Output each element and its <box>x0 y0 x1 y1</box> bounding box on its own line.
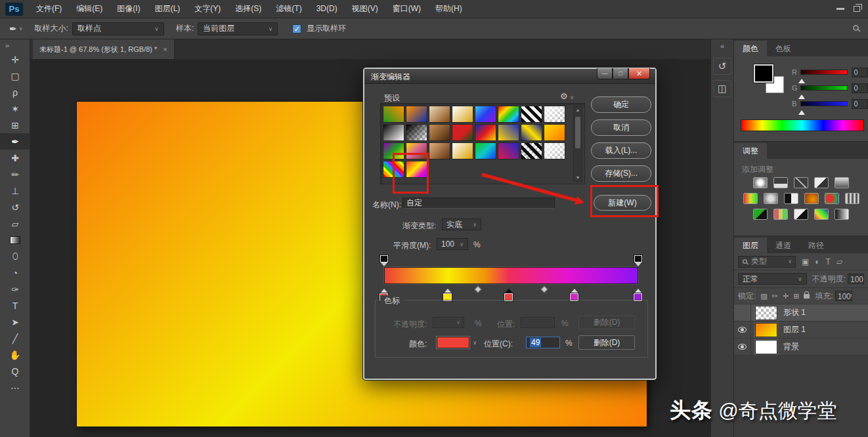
lock-artboard-icon[interactable]: ⊞ <box>793 292 799 301</box>
preset-scrollbar[interactable]: ▲ ▼ <box>573 106 582 182</box>
healing-brush-tool[interactable]: ✚ <box>0 150 30 166</box>
gradient-preset-swatch[interactable] <box>475 106 496 123</box>
lasso-tool[interactable]: ρ <box>0 84 30 100</box>
gradient-preset-swatch[interactable] <box>475 124 496 141</box>
curves-icon[interactable] <box>794 177 808 188</box>
layer-thumbnail[interactable] <box>755 340 777 354</box>
channel-value[interactable]: 0 <box>852 68 868 77</box>
menu-item[interactable]: 选择(S) <box>228 0 269 18</box>
gradient-preset-swatch[interactable] <box>521 124 542 141</box>
channel-slider[interactable] <box>800 85 847 91</box>
cancel-button[interactable]: 取消 <box>591 119 651 136</box>
color-spectrum-ramp[interactable] <box>741 119 864 131</box>
stop-position-input[interactable]: 49 <box>526 337 560 348</box>
layer-name[interactable]: 形状 1 <box>783 307 806 318</box>
dialog-close-button[interactable]: ✕ <box>628 68 650 79</box>
tab-paths[interactable]: 路径 <box>800 238 833 253</box>
invert-icon[interactable] <box>753 209 768 220</box>
gear-icon[interactable]: ⚙ ∨ <box>560 91 574 101</box>
search-icon[interactable] <box>853 25 859 31</box>
layer-thumbnail[interactable] <box>755 323 777 337</box>
delete-color-stop-button[interactable]: 删除(D) <box>578 335 635 350</box>
smoothness-dropdown[interactable]: 100 ∨ <box>437 238 468 250</box>
chevron-down-icon[interactable]: ∨ <box>473 339 477 346</box>
photo-filter-icon[interactable] <box>804 193 819 204</box>
layer-row-shape1[interactable]: 形状 1 <box>734 304 868 322</box>
properties-panel-icon[interactable]: ◫ <box>713 80 731 97</box>
gradient-preset-swatch[interactable] <box>498 124 519 141</box>
history-brush-tool[interactable]: ↺ <box>0 199 30 215</box>
color-stop[interactable] <box>570 285 579 301</box>
menu-item[interactable]: 图层(L) <box>148 0 188 18</box>
sample-size-dropdown[interactable]: 取样点 ∨ <box>72 22 164 35</box>
visibility-toggle[interactable] <box>734 339 751 355</box>
name-field[interactable]: 自定 <box>402 198 555 209</box>
channel-slider[interactable] <box>800 70 847 75</box>
history-panel-icon[interactable]: ↺ <box>713 58 731 75</box>
visibility-toggle[interactable] <box>734 304 751 321</box>
vibrance-icon[interactable] <box>835 177 849 188</box>
menu-item[interactable]: 文件(F) <box>29 0 69 18</box>
menu-item[interactable]: 滤镜(T) <box>269 0 309 18</box>
type-tool[interactable]: T <box>0 297 30 314</box>
menu-item[interactable]: 窗口(W) <box>385 0 428 18</box>
gradient-type-dropdown[interactable]: 实底 ∨ <box>442 218 481 230</box>
show-sampling-ring-checkbox[interactable]: ✓ <box>292 24 301 33</box>
filter-shape-icon[interactable]: ▱ <box>836 257 842 266</box>
move-tool[interactable]: ✛ <box>0 51 30 68</box>
hand-tool[interactable]: ✋ <box>0 346 30 363</box>
edit-toolbar-button[interactable]: ⋯ <box>0 379 30 396</box>
hue-saturation-icon[interactable] <box>743 193 758 204</box>
magic-wand-tool[interactable]: ✶ <box>0 100 30 117</box>
minimize-button[interactable] <box>836 8 844 10</box>
color-lookup-icon[interactable] <box>845 193 859 204</box>
gradient-preset-swatch[interactable] <box>521 106 542 123</box>
menu-item[interactable]: 帮助(H) <box>428 0 469 18</box>
clone-stamp-tool[interactable]: ⊥ <box>0 182 30 199</box>
gradient-preset-swatch[interactable] <box>429 142 450 159</box>
menu-item[interactable]: 视图(V) <box>345 0 385 18</box>
gradient-preset-swatch[interactable] <box>406 142 427 159</box>
line-tool[interactable]: ╱ <box>0 330 30 346</box>
slider-thumb[interactable] <box>798 107 805 115</box>
menu-item[interactable]: 图像(I) <box>110 0 147 18</box>
gradient-preset-swatch[interactable] <box>383 124 404 141</box>
new-button[interactable]: 新建(W) <box>594 195 651 211</box>
color-stop[interactable] <box>504 285 513 301</box>
layer-row-background[interactable]: 背景 <box>734 339 868 356</box>
marquee-tool[interactable]: ▢ <box>0 68 30 84</box>
levels-icon[interactable] <box>773 177 788 188</box>
restore-button[interactable] <box>854 6 860 12</box>
gradient-map-icon[interactable] <box>835 209 849 220</box>
lock-image-pixels-icon[interactable]: ✏ <box>772 292 778 301</box>
crop-tool[interactable]: ⊞ <box>0 117 30 133</box>
gradient-preset-swatch[interactable] <box>475 142 496 159</box>
close-icon[interactable]: × <box>163 45 167 53</box>
selective-color-icon[interactable] <box>814 209 829 220</box>
brightness-contrast-icon[interactable] <box>753 177 768 188</box>
zoom-tool[interactable]: Q <box>0 363 30 379</box>
visibility-toggle[interactable] <box>734 322 751 338</box>
pen-tool[interactable]: ✑ <box>0 281 30 297</box>
scroll-up-icon[interactable]: ▲ <box>574 108 582 112</box>
document-tab[interactable]: 未标题-1 @ 67.8% (形状 1, RGB/8) * × <box>33 39 175 59</box>
scrollbar-thumb[interactable] <box>575 117 580 148</box>
gradient-preset-swatch[interactable] <box>498 142 519 159</box>
load-button[interactable]: 载入(L)... <box>591 142 651 159</box>
tab-color[interactable]: 颜色 <box>734 41 767 56</box>
tab-layers[interactable]: 图层 <box>734 238 767 253</box>
channel-mixer-icon[interactable] <box>825 193 839 204</box>
tab-adjustments[interactable]: 调整 <box>734 143 767 159</box>
fill-value[interactable]: 100% <box>835 291 852 301</box>
blur-tool[interactable]: ⬯ <box>0 248 30 264</box>
exposure-icon[interactable] <box>814 177 829 188</box>
stop-color-swatch[interactable] <box>437 337 469 348</box>
eyedropper-tool[interactable]: ✒ <box>0 133 30 150</box>
gradient-preview-bar[interactable] <box>384 267 638 284</box>
gradient-preset-swatch[interactable] <box>452 106 473 123</box>
tab-channels[interactable]: 通道 <box>767 238 800 253</box>
toolbar-expand-icon[interactable]: » <box>0 39 30 51</box>
midpoint-diamond[interactable] <box>475 285 482 293</box>
channel-value[interactable]: 0 <box>852 99 868 109</box>
gradient-preset-swatch[interactable] <box>544 106 565 123</box>
